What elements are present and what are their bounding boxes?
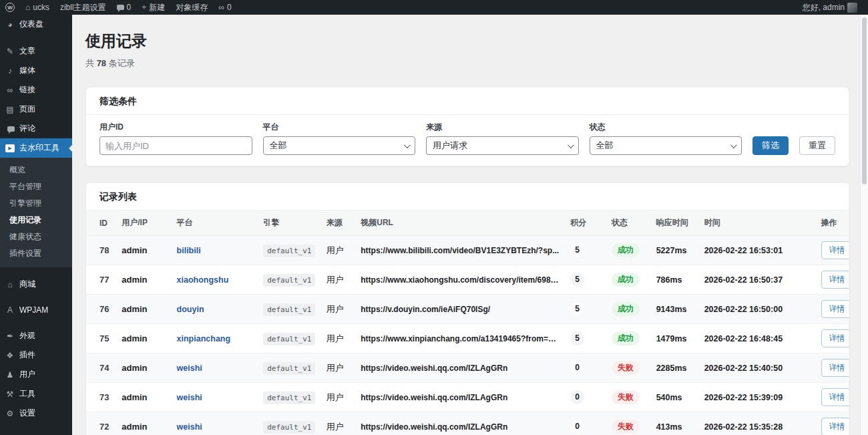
submenu-item-overview[interactable]: 概览	[0, 162, 72, 178]
status-badge: 失败	[612, 390, 640, 404]
scrollbar[interactable]	[860, 15, 868, 435]
sidebar-item-label: 仪表盘	[19, 19, 43, 30]
sidebar-item-appearance[interactable]: ✒ 外观	[0, 326, 72, 345]
video-play-icon: ▶	[5, 144, 15, 152]
record-platform: bilibili	[177, 246, 201, 255]
user-id-label: 用户ID	[99, 122, 252, 133]
sidebar-item-tools[interactable]: ⚒ 工具	[0, 384, 72, 404]
detail-button[interactable]: 详情	[821, 388, 849, 406]
detail-button[interactable]: 详情	[821, 271, 849, 289]
scrollbar-thumb[interactable]	[862, 17, 867, 184]
detail-button[interactable]: 详情	[821, 241, 849, 259]
greeting-label: 您好, admin	[803, 2, 845, 13]
submenu-item-platform-management[interactable]: 平台管理	[0, 178, 72, 195]
record-platform: xiaohongshu	[177, 275, 229, 285]
col-actions: 操作	[816, 210, 849, 236]
media-icon: ♪	[5, 66, 15, 76]
sidebar-item-pages[interactable]: ▤ 页面	[0, 100, 72, 119]
record-source: 用户	[321, 295, 355, 324]
status-badge: 成功	[612, 243, 640, 257]
posts-icon: ✎	[5, 47, 15, 56]
sidebar-item-users[interactable]: ♟ 用户	[0, 365, 72, 384]
record-url: https://www.bilibili.com/video/BV1E3ZYBT…	[355, 236, 565, 265]
col-video-url: 视频URL	[355, 210, 565, 236]
page-title: 使用记录	[85, 31, 849, 51]
record-response-time: 413ms	[651, 412, 699, 435]
sidebar-item-links[interactable]: ∞ 链接	[0, 80, 72, 100]
record-response-time: 2285ms	[651, 353, 699, 383]
sidebar-item-watermark-tool[interactable]: ▶ 去水印工具	[0, 138, 72, 158]
chevron-down-icon	[730, 142, 737, 148]
new-content-menu[interactable]: + 新建	[136, 0, 170, 15]
sidebar-item-store[interactable]: ⌂ 商城	[0, 275, 72, 294]
record-user: admin	[116, 265, 171, 295]
site-name-menu[interactable]: ⌂ ucks	[20, 0, 55, 15]
record-platform: weishi	[177, 422, 202, 432]
sidebar-item-settings[interactable]: ⚙ 设置	[0, 404, 72, 423]
record-response-time: 5227ms	[651, 236, 699, 265]
table-row: 75 admin xinpianchang default_v1 用户 http…	[86, 324, 849, 353]
sidebar-item-plugins[interactable]: ❖ 插件	[0, 345, 72, 365]
record-id: 72	[86, 412, 116, 435]
link-icon: ∞	[218, 3, 224, 11]
reset-button[interactable]: 重置	[799, 136, 835, 155]
appearance-icon: ✒	[5, 331, 15, 341]
points-badge: 0	[570, 361, 584, 375]
record-id: 77	[86, 265, 116, 295]
record-user: admin	[116, 236, 171, 265]
detail-button[interactable]: 详情	[821, 329, 849, 347]
points-badge: 5	[570, 331, 584, 345]
detail-button[interactable]: 详情	[821, 359, 849, 377]
avatar	[847, 3, 857, 13]
sidebar-item-label: WPJAM	[19, 305, 48, 315]
sidebar-item-label: 插件	[19, 349, 35, 361]
record-response-time: 786ms	[651, 265, 699, 295]
record-platform: douyin	[177, 305, 204, 314]
submenu-item-usage-records[interactable]: 使用记录	[0, 212, 72, 229]
sidebar-item-dashboard[interactable]: ◕ 仪表盘	[0, 15, 72, 34]
user-id-input[interactable]	[99, 136, 252, 155]
account-menu[interactable]: 您好, admin	[797, 0, 863, 15]
sidebar-item-media[interactable]: ♪ 媒体	[0, 61, 72, 80]
platform-select[interactable]: 全部	[263, 136, 416, 155]
sidebar-item-wpjam[interactable]: A WPJAM	[0, 301, 72, 319]
comments-count: 0	[127, 3, 132, 12]
new-label: 新建	[149, 2, 165, 13]
sidebar-item-label: 页面	[19, 104, 35, 115]
comments-menu[interactable]: 0	[112, 0, 137, 15]
record-url: https://www.xiaohongshu.com/discovery/it…	[355, 265, 565, 295]
links-menu[interactable]: ∞ 0	[213, 0, 236, 15]
sidebar-item-zibll-store[interactable]: ⊞ zibll商城中心	[0, 430, 72, 435]
submenu-item-plugin-settings[interactable]: 插件设置	[0, 245, 72, 262]
source-select[interactable]: 用户请求	[426, 136, 579, 155]
record-source: 用户	[321, 353, 355, 383]
detail-button[interactable]: 详情	[821, 300, 849, 318]
record-url: https://v.douyin.com/ieAiFQ70ISg/	[355, 295, 565, 324]
platform-field-group: 平台 全部	[263, 122, 416, 155]
record-time: 2026-02-22 15:39:09	[699, 383, 816, 412]
wordpress-logo-icon: W	[5, 3, 15, 12]
record-time: 2026-02-22 15:40:50	[699, 353, 816, 383]
theme-settings-menu[interactable]: zibll主题设置	[55, 0, 112, 15]
sidebar-item-comments[interactable]: 评论	[0, 119, 72, 138]
submenu-item-health-status[interactable]: 健康状态	[0, 229, 72, 245]
home-icon: ⌂	[25, 3, 30, 11]
record-user: admin	[116, 353, 171, 383]
points-badge: 0	[570, 420, 584, 434]
filter-card-title: 筛选条件	[86, 88, 849, 115]
record-time: 2026-02-22 16:48:45	[699, 324, 816, 353]
record-platform: weishi	[177, 364, 202, 373]
filter-button[interactable]: 筛选	[752, 136, 789, 155]
table-row: 76 admin douyin default_v1 用户 https://v.…	[86, 295, 849, 324]
table-row: 77 admin xiaohongshu default_v1 用户 https…	[86, 265, 849, 295]
record-time: 2026-02-22 16:50:00	[699, 295, 816, 324]
col-time: 时间	[699, 210, 816, 236]
sidebar-item-label: 媒体	[19, 65, 35, 76]
status-select[interactable]: 全部	[590, 136, 742, 155]
submenu-item-engine-management[interactable]: 引擎管理	[0, 195, 72, 212]
object-cache-menu[interactable]: 对象缓存	[170, 0, 213, 15]
record-url: https://video.weishi.qq.com/IZLAgGRn	[355, 412, 565, 435]
wp-logo-menu[interactable]: W	[0, 0, 20, 15]
sidebar-item-posts[interactable]: ✎ 文章	[0, 41, 72, 61]
detail-button[interactable]: 详情	[821, 418, 849, 435]
